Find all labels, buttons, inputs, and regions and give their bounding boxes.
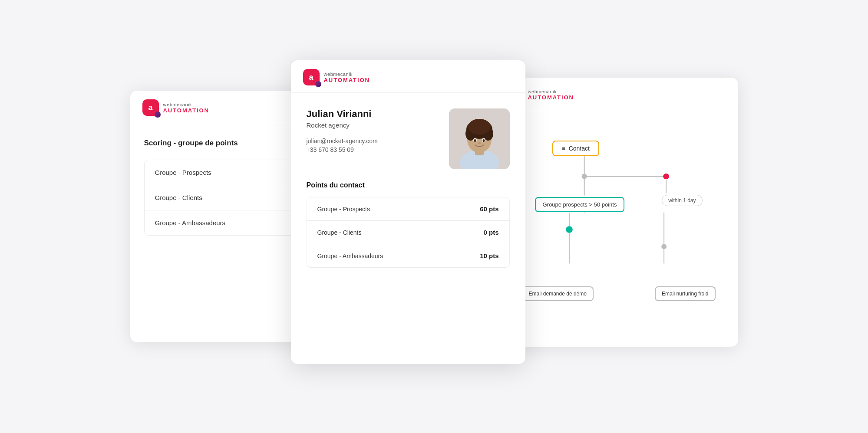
logo-icon-scoring: a — [142, 99, 159, 116]
automation-card: a webmecanik AUTOMATION — [495, 78, 738, 347]
automation-card-header: a webmecanik AUTOMATION — [495, 78, 738, 110]
points-value: 10 pts — [480, 252, 498, 259]
list-icon: ≡ — [562, 145, 565, 152]
svg-point-19 — [565, 226, 572, 233]
points-table: Groupe - Prospects 60 pts Groupe - Clien… — [307, 197, 510, 268]
logo-text-scoring: webmecanik AUTOMATION — [163, 102, 209, 114]
automation-body: ≡ Contact Groupe prospects > 50 points w… — [495, 110, 738, 347]
points-group-label: Groupe - Clients — [317, 229, 362, 236]
svg-point-7 — [468, 119, 491, 134]
flow-node-email-nurturing: Email nurturing froid — [655, 286, 715, 301]
points-row: Groupe - Clients 0 pts — [307, 221, 509, 244]
avatar — [449, 108, 510, 169]
points-value: 0 pts — [483, 229, 498, 236]
svg-point-17 — [663, 174, 669, 180]
profile-card: a webmecanik AUTOMATION Julian Virianni … — [291, 60, 525, 364]
contact-email: julian@rocket-agency.com — [307, 138, 378, 144]
logo-icon-profile: a — [303, 69, 320, 85]
flow-diagram: ≡ Contact Groupe prospects > 50 points w… — [509, 123, 724, 336]
points-row: Groupe - Ambassadeurs 10 pts — [307, 244, 509, 267]
logo-text-profile: webmecanik AUTOMATION — [324, 72, 370, 83]
svg-point-11 — [482, 139, 485, 142]
profile-card-header: a webmecanik AUTOMATION — [291, 60, 525, 93]
profile-top: Julian Virianni Rocket agency julian@roc… — [307, 108, 510, 169]
points-title: Points du contact — [307, 181, 510, 189]
points-value: 60 pts — [480, 205, 498, 213]
avatar-image — [449, 108, 510, 169]
logo-text-automation: webmecanik AUTOMATION — [528, 89, 574, 101]
svg-point-14 — [581, 174, 587, 179]
flow-node-contact: ≡ Contact — [552, 141, 599, 156]
flow-node-group-condition: Groupe prospects > 50 points — [535, 197, 625, 212]
contact-name: Julian Virianni — [307, 108, 378, 120]
flow-node-delay: within 1 day — [662, 195, 702, 206]
profile-info: Julian Virianni Rocket agency julian@roc… — [307, 108, 378, 155]
svg-point-12 — [478, 142, 481, 144]
flow-lines-svg — [509, 123, 724, 336]
points-group-label: Groupe - Ambassadeurs — [317, 253, 383, 259]
contact-phone: +33 670 83 55 09 — [307, 146, 378, 153]
contact-company: Rocket agency — [307, 121, 378, 129]
points-group-label: Groupe - Prospects — [317, 206, 370, 213]
svg-point-23 — [661, 244, 667, 249]
points-row: Groupe - Prospects 60 pts — [307, 197, 509, 221]
cards-container: a webmecanik AUTOMATION Scoring - groupe… — [130, 47, 738, 386]
svg-point-10 — [474, 139, 476, 142]
profile-body: Julian Virianni Rocket agency julian@roc… — [291, 93, 525, 280]
flow-node-email-demo: Email demande de démo — [522, 286, 594, 301]
